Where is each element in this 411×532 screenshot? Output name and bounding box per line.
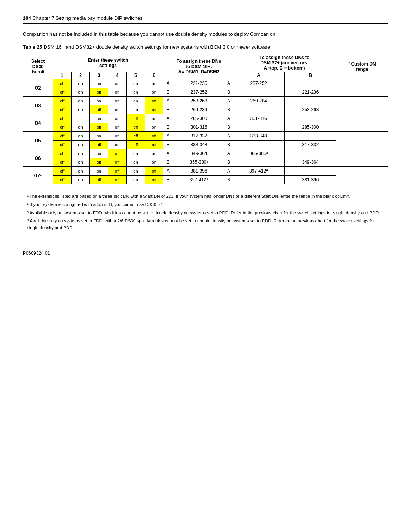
ab-cell: A [163, 167, 173, 176]
sw-cell-5: off [145, 167, 163, 176]
sw-cell-3: off [108, 149, 126, 158]
bus-cell: 02 [23, 79, 53, 97]
col-header-dns: To assign these DNsto DSM 16+:A= DSM1, B… [173, 54, 225, 79]
sw-cell-4: on [126, 149, 145, 158]
sw-cell-5: on [145, 123, 163, 132]
sw-cell-3: on [108, 132, 126, 141]
custom-cell [336, 97, 388, 114]
sw-cell-1: on [71, 158, 89, 167]
sw-cell-3: on [108, 79, 126, 88]
bus-cell: 07¹ [23, 167, 53, 184]
sw-cell-4: on [126, 79, 145, 88]
table-row: offonoffonoffoffB333-348317-332 [23, 141, 388, 149]
dsm32a-cell: 365-380³ [233, 149, 285, 158]
sw-cell-2: off [90, 158, 108, 167]
dsm32-col-a: A [233, 72, 285, 79]
dsm32b-cell: 317-332 [285, 141, 336, 149]
sw-cell-4: on [126, 97, 145, 105]
dns-cell: 365-380³ [173, 158, 225, 167]
col-header-enter: Enter these switchsettings [53, 54, 163, 72]
sw-cell-4: on [126, 158, 145, 167]
sw-cell-5: off [145, 105, 163, 114]
sw-cell-1: on [71, 149, 89, 158]
page-number: 104 [23, 15, 31, 21]
sw-cell-4: on [126, 105, 145, 114]
dsm32-col-b: B [285, 72, 336, 79]
col-header-dsm32: To assign these DNs toDSM 32+ (connector… [233, 54, 336, 72]
sw-cell-1: on [71, 176, 89, 184]
notes-box: ² The extensions listed are based on a t… [23, 190, 388, 236]
dsm32a-cell: 301-316 [233, 114, 285, 123]
sw-cell-3: on [108, 88, 126, 97]
sw-cell-1 [71, 114, 89, 123]
dns-cell: 237-252 [173, 88, 225, 97]
sw-cell-4: off [126, 132, 145, 141]
sw-cell-2: off [90, 123, 108, 132]
bus-cell: 05 [23, 132, 53, 149]
sw-cell-0: off [53, 105, 71, 114]
dns-cell: 221-236 [173, 79, 225, 88]
sw-cell-1: on [71, 141, 89, 149]
ab2-cell: AB [225, 132, 233, 149]
col-header-ab2 [225, 54, 233, 79]
sw-cell-0: off [53, 141, 71, 149]
sw-cell-0: off [53, 88, 71, 97]
sw-cell-0: off [53, 79, 71, 88]
custom-cell [336, 132, 388, 149]
table-row: 05offonononoffoffA317-332AB333-348 [23, 132, 388, 141]
sw-cell-0: off [53, 149, 71, 158]
dns-cell: 349-364 [173, 149, 225, 158]
sw-cell-0: off [53, 114, 71, 123]
dns-cell: 269-284 [173, 105, 225, 114]
sw-col-3: 3 [90, 72, 108, 79]
sw-cell-5: on [145, 149, 163, 158]
sw-cell-0: off [53, 176, 71, 184]
dsm32b-cell: 349-364 [285, 158, 336, 167]
dsm32a-cell [233, 158, 285, 167]
sw-cell-1: on [71, 105, 89, 114]
dsm32a-cell: 397-412⁴ [233, 167, 285, 176]
dsm32a-cell: 333-348 [233, 132, 285, 141]
custom-cell [336, 149, 388, 167]
ab-cell: B [163, 141, 173, 149]
intro-paragraph: Companion has not be included in this ta… [23, 30, 388, 38]
table-row: 04offononoffonA285-300AB301-316 [23, 114, 388, 123]
sw-cell-5: off [145, 132, 163, 141]
table-label: Table 25 [23, 44, 42, 50]
sw-cell-0: off [53, 97, 71, 105]
ab-cell: B [163, 176, 173, 184]
dns-cell: 381-396 [173, 167, 225, 176]
sw-cell-5: off [145, 141, 163, 149]
table-row: offonoffononoffB269-284253-268 [23, 105, 388, 114]
dns-cell: 397-412⁴ [173, 176, 225, 184]
sw-cell-2: on [90, 149, 108, 158]
sw-cell-2: on [90, 167, 108, 176]
sw-cell-1: on [71, 167, 89, 176]
sw-cell-2: on [90, 79, 108, 88]
dns-cell: 285-300 [173, 114, 225, 123]
ab-cell: B [163, 158, 173, 167]
sw-cell-4: on [126, 176, 145, 184]
sw-cell-4: on [126, 167, 145, 176]
dsm32a-cell [233, 123, 285, 132]
sw-cell-1: on [71, 88, 89, 97]
sw-col-6: 6 [145, 72, 163, 79]
ab2-cell: AB [225, 114, 233, 132]
sw-cell-1: on [71, 132, 89, 141]
sw-cell-4: off [126, 141, 145, 149]
sw-cell-5: on [145, 114, 163, 123]
ab-cell: A [163, 114, 173, 123]
sw-cell-2: on [90, 114, 108, 123]
sw-cell-0: off [53, 167, 71, 176]
dsm32b-cell: 381-396 [285, 176, 336, 184]
ab-cell: B [163, 123, 173, 132]
col-header-select: SelectDS30bus # [23, 54, 53, 79]
sw-cell-5: off [145, 97, 163, 105]
ab-cell: A [163, 149, 173, 158]
dsm32b-cell [285, 149, 336, 158]
col-header-ab [163, 54, 173, 79]
dsm32b-cell [285, 132, 336, 141]
sw-cell-3: on [108, 123, 126, 132]
dsm32b-cell [285, 97, 336, 105]
note-item: ¹ If your system is configured with a 3/… [27, 201, 384, 208]
